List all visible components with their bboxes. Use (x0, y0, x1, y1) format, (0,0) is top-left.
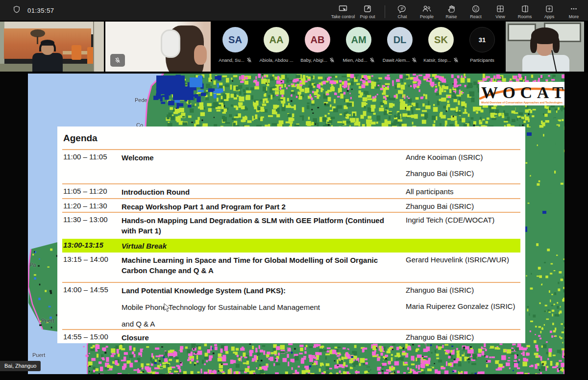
agenda-time: 14:00 – 14:55 (62, 285, 122, 329)
avatar-name: Baby, Abigi... (300, 57, 327, 63)
participants-label: Participants (470, 57, 494, 63)
shared-screen[interactable]: Pede Co Pa Puert Puert WOCAT World Overv… (28, 74, 564, 374)
avatar-initials: DL (387, 27, 413, 52)
avatar-name: Mien, Abd... (343, 57, 367, 63)
agenda-speaker: Andre Kooiman (ISRIC) (406, 152, 519, 162)
agenda-row: 11:05 – 11:20 Introduction Round All par… (62, 183, 520, 198)
wocat-tagline: World Overview of Conservation Approache… (481, 101, 563, 104)
agenda-topic: Hands-on Mapping Land Degradation & SLM … (122, 216, 384, 235)
take-control-icon (338, 4, 348, 13)
agenda-title: Agenda (62, 127, 520, 149)
agenda-topic: Virtual Break (122, 241, 406, 251)
toolbar-divider (385, 5, 385, 18)
muted-mic-badge (110, 54, 125, 67)
participants-count-badge[interactable]: 31 Participants (462, 21, 503, 73)
participant-hair (553, 36, 560, 53)
mic-muted-icon (115, 57, 121, 63)
video-tile-office[interactable] (506, 22, 584, 72)
map-place-label: Pa (29, 262, 36, 268)
shield-icon (13, 5, 21, 15)
participants-count: 31 (469, 27, 495, 52)
agenda-slide: Agenda 11:00 – 11:05 Welcome Andre Kooim… (57, 127, 525, 343)
avatar-initials: AA (264, 27, 289, 52)
wocat-logo: WOCAT World Overview of Conservation App… (479, 82, 564, 105)
participant-torso (522, 55, 569, 72)
rooms-icon (520, 4, 529, 13)
wocat-wordmark: WOCAT (481, 83, 564, 101)
agenda-speaker: Gerard Heuvelink (ISRIC/WUR) (406, 255, 519, 265)
take-control-button[interactable]: Take control (332, 2, 354, 19)
raise-hand-icon (447, 4, 456, 13)
agenda-topic-sub: Mobile Phone Technology for Sustainable … (122, 302, 396, 312)
mic-muted-icon (246, 57, 252, 63)
view-icon (496, 4, 505, 13)
mic-muted-icon (412, 57, 417, 63)
avatar-initials: SA (222, 27, 248, 52)
agenda-speaker: All participants (406, 187, 519, 197)
agenda-speaker: Zhanguo Bai (ISRIC) (406, 202, 519, 211)
screen-share-stage: Pede Co Pa Puert Puert WOCAT World Overv… (0, 73, 588, 380)
chat-button[interactable]: Chat (391, 2, 414, 19)
more-button[interactable]: More (563, 2, 585, 19)
people-button[interactable]: People (416, 2, 438, 19)
agenda-topic: Recap Workshop Part 1 and Program for Pa… (122, 203, 286, 211)
raise-hand-button[interactable]: Raise (440, 2, 463, 19)
agenda-row: 13:15 – 14:00 Machine Learning in Space … (62, 253, 520, 282)
avatar-item[interactable]: DL Dawit Alem... (379, 21, 420, 73)
teams-meeting-window: 01:35:57 Take control Pop out Chat Peopl… (0, 0, 588, 380)
video-tile-classroom[interactable] (0, 22, 104, 72)
agenda-row: 11:20 – 11:30 Recap Workshop Part 1 and … (62, 198, 520, 212)
more-icon (569, 4, 578, 13)
wall-right (93, 22, 104, 72)
avatar-name: Abiola, Abdou ... (259, 57, 293, 63)
agenda-time: 14:55 – 15:00 (62, 332, 122, 343)
avatar-item[interactable]: AM Mien, Abd... (338, 21, 379, 73)
meeting-timer: 01:35:57 (27, 7, 54, 14)
agenda-time: 13:15 – 14:00 (62, 255, 122, 282)
agenda-row: 11:30 – 13:00 Hands-on Mapping Land Degr… (62, 212, 520, 239)
avatar-name: Katsir, Step... (423, 57, 451, 63)
avatar-item[interactable]: AB Baby, Abigi... (297, 21, 338, 73)
presenter-name-badge: Bai, Zhanguo (0, 361, 41, 371)
agenda-topic: Closure (122, 333, 149, 342)
avatar-item[interactable]: SA Anand, Su... (215, 21, 256, 73)
apps-button[interactable]: Apps (538, 2, 561, 19)
people-icon (422, 4, 432, 13)
participant-torso (32, 53, 63, 72)
toolbar: Take control Pop out Chat People Raise (332, 2, 588, 19)
agenda-speaker: Zhanguo Bai (ISRIC) (406, 285, 519, 295)
react-button[interactable]: React (465, 2, 487, 19)
map-place-label: Puert (32, 352, 45, 358)
agenda-time: 11:30 – 13:00 (62, 215, 122, 239)
agenda-time: 11:00 – 11:05 (62, 152, 122, 183)
rooms-button[interactable]: Rooms (514, 2, 536, 19)
avatar-item[interactable]: SK Katsir, Step... (420, 21, 462, 73)
avatar-name: Dawit Alem... (383, 57, 410, 63)
mural-tree-trunk (37, 36, 38, 44)
avatar-item[interactable]: AA Abiola, Abdou ... (256, 21, 297, 73)
participant-strip: SA Anand, Su... AA Abiola, Abdou ... AB … (0, 21, 588, 73)
pop-out-icon (363, 4, 372, 13)
avatar-list: SA Anand, Su... AA Abiola, Abdou ... AB … (215, 21, 505, 73)
agenda-speaker: Zhanguo Bai (ISRIC) (406, 332, 519, 342)
video-tile-headphones[interactable] (105, 22, 211, 72)
mic-muted-icon (453, 57, 459, 63)
agenda-topic: Welcome (122, 153, 154, 162)
avatar-initials: SK (428, 27, 454, 52)
mic-muted-icon (329, 57, 335, 63)
chat-icon (398, 4, 407, 13)
view-button[interactable]: View (489, 2, 512, 19)
agenda-time: 13:00-13:15 (62, 241, 122, 251)
orange-chair (72, 45, 81, 60)
react-icon (471, 4, 480, 13)
pop-out-button[interactable]: Pop out (356, 2, 379, 19)
agenda-topic: Introduction Round (122, 188, 190, 196)
agenda-speaker: Zhanguo Bai (ISRIC) (406, 169, 519, 178)
avatar-name: Anand, Su... (219, 57, 244, 63)
apps-icon (545, 4, 554, 13)
meeting-control-bar: 01:35:57 Take control Pop out Chat Peopl… (0, 0, 588, 21)
map-place-label: Puert (41, 318, 54, 324)
agenda-speaker: Ingrid Teich (CDE/WOCAT) (406, 215, 519, 225)
agenda-time: 11:05 – 11:20 (62, 187, 122, 198)
mic-muted-icon (369, 57, 375, 63)
